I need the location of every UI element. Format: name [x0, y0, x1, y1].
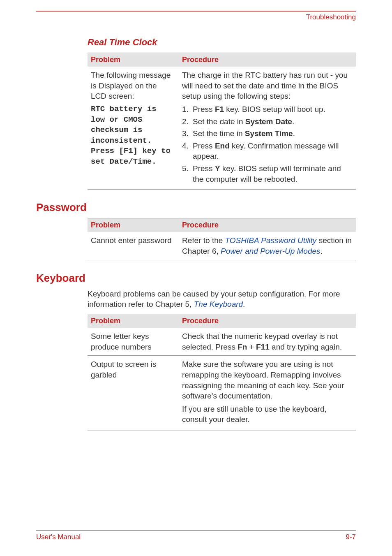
header-section-title: Troubleshooting [306, 13, 356, 21]
keyboard-intro-b: . [243, 300, 245, 308]
rtc-step2-a: Set the date in [193, 117, 245, 126]
rtc-table-header-row: Problem Procedure [88, 53, 356, 67]
keyboard-row1-d: F11 [256, 343, 270, 351]
rtc-step2-b: System Date [245, 117, 292, 126]
password-th-procedure: Procedure [179, 218, 356, 232]
rtc-step1-a: Press [193, 105, 215, 114]
rtc-step1-c: key. BIOS setup will boot up. [224, 105, 325, 114]
rtc-heading: Real Time Clock [88, 37, 356, 48]
password-procedure: Refer to the TOSHIBA Password Utility se… [179, 232, 356, 260]
footer-right: 9-7 [346, 533, 356, 541]
rtc-step1-b: F1 [215, 105, 224, 114]
keyboard-intro: Keyboard problems can be caused by your … [88, 289, 356, 310]
keyboard-row2-problem: Output to screen is garbled [88, 356, 179, 431]
rtc-step-1: 1.Press F1 key. BIOS setup will boot up. [182, 104, 353, 115]
header-rule [36, 11, 356, 12]
rtc-step3-a: Set the time in [193, 129, 245, 138]
page-footer: User's Manual 9-7 [36, 530, 356, 541]
password-table: Problem Procedure Cannot enter password … [88, 218, 356, 260]
rtc-step-3: 3.Set the time in System Time. [182, 128, 353, 139]
rtc-step4-a: Press [193, 141, 215, 150]
page-content: Real Time Clock Problem Procedure The fo… [36, 33, 356, 431]
keyboard-th-problem: Problem [88, 314, 179, 328]
keyboard-row1-procedure: Check that the numeric keypad overlay is… [179, 328, 356, 356]
footer-row: User's Manual 9-7 [36, 533, 356, 541]
keyboard-row1-c: + [247, 343, 256, 351]
keyboard-row2-proc1: Make sure the software you are using is … [182, 359, 353, 401]
password-proc-a: Refer to the [182, 236, 225, 245]
keyboard-link-the-keyboard[interactable]: The Keyboard [194, 300, 243, 308]
rtc-steps-list: 1.Press F1 key. BIOS setup will boot up.… [182, 104, 353, 184]
keyboard-row2-procedure: Make sure the software you are using is … [179, 356, 356, 431]
footer-left: User's Manual [36, 533, 81, 541]
rtc-row: The following message is Displayed on th… [88, 67, 356, 190]
rtc-step4-b: End [215, 141, 230, 150]
rtc-problem-msg2: Press [F1] key to set Date/Time. [91, 146, 174, 167]
rtc-proc-intro: The charge in the RTC battery has run ou… [182, 70, 353, 102]
keyboard-row1-e: and try typing again. [270, 343, 342, 351]
rtc-th-procedure: Procedure [179, 53, 356, 67]
keyboard-row-2: Output to screen is garbled Make sure th… [88, 356, 356, 431]
keyboard-heading: Keyboard [36, 272, 356, 285]
keyboard-th-procedure: Procedure [179, 314, 356, 328]
keyboard-row-1: Some letter keys produce numbers Check t… [88, 328, 356, 356]
rtc-step5-b: Y [215, 164, 220, 173]
keyboard-table-header-row: Problem Procedure [88, 314, 356, 328]
rtc-table: Problem Procedure The following message … [88, 53, 356, 190]
rtc-problem-cell: The following message is Displayed on th… [88, 67, 179, 190]
rtc-step5-a: Press [193, 164, 215, 173]
password-problem: Cannot enter password [88, 232, 179, 260]
footer-rule [36, 530, 356, 531]
rtc-th-problem: Problem [88, 53, 179, 67]
password-table-header-row: Problem Procedure [88, 218, 356, 232]
rtc-problem-intro: The following message is Displayed on th… [91, 70, 174, 102]
rtc-step-5: 5.Press Y key. BIOS setup will terminate… [182, 163, 353, 184]
rtc-step-4: 4.Press End key. Confirmation message wi… [182, 141, 353, 162]
password-th-problem: Problem [88, 218, 179, 232]
password-link-toshiba-utility[interactable]: TOSHIBA Password Utility [225, 236, 317, 245]
password-link-power-modes[interactable]: Power and Power-Up Modes [221, 247, 321, 255]
rtc-step2-c: . [292, 117, 294, 126]
keyboard-table: Problem Procedure Some letter keys produ… [88, 314, 356, 431]
password-heading: Password [36, 201, 356, 214]
rtc-step3-b: System Time [245, 129, 293, 138]
rtc-procedure-cell: The charge in the RTC battery has run ou… [179, 67, 356, 190]
password-proc-c: . [321, 247, 323, 255]
keyboard-row1-b: Fn [238, 343, 247, 351]
rtc-step-2: 2.Set the date in System Date. [182, 116, 353, 127]
rtc-step3-c: . [293, 129, 295, 138]
keyboard-row1-problem: Some letter keys produce numbers [88, 328, 179, 356]
password-row: Cannot enter password Refer to the TOSHI… [88, 232, 356, 260]
keyboard-row2-proc2: If you are still unable to use the keybo… [182, 404, 353, 425]
rtc-problem-msg1: RTC battery is low or CMOS checksum is i… [91, 104, 174, 146]
